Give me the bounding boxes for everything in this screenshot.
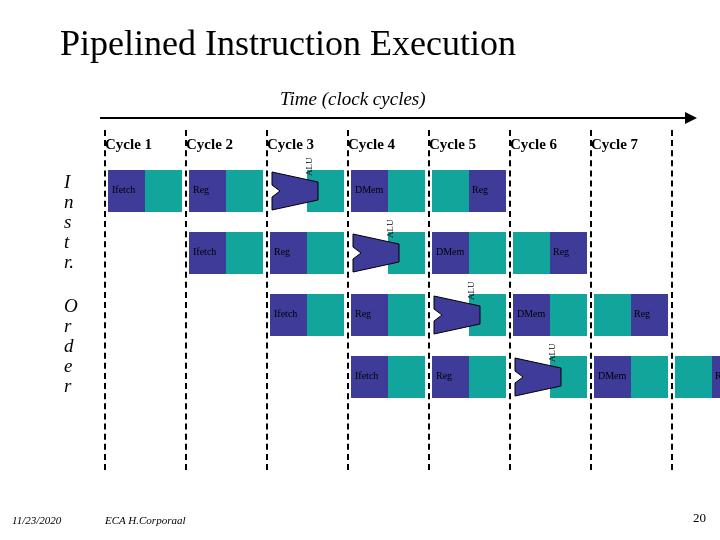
footer-author: ECA H.Corporaal — [105, 514, 185, 526]
stage-dmem: DMem — [594, 356, 668, 398]
stage-writeback: Reg — [513, 232, 587, 274]
cycle-header: Cycle 6 — [510, 136, 591, 153]
yaxis-order: Order — [64, 296, 78, 396]
cycle-header: Cycle 7 — [591, 136, 672, 153]
footer-page-number: 20 — [693, 510, 706, 526]
svg-marker-3 — [515, 358, 561, 396]
slide-title: Pipelined Instruction Execution — [60, 22, 516, 64]
stage-alu: ALU — [513, 356, 587, 398]
stage-reg: Reg — [270, 232, 344, 274]
svg-marker-0 — [272, 172, 318, 210]
stage-reg: Reg — [351, 294, 425, 336]
svg-marker-2 — [434, 296, 480, 334]
cycle-header: Cycle 2 — [186, 136, 267, 153]
cycle-header-row: Cycle 1Cycle 2Cycle 3Cycle 4Cycle 5Cycle… — [105, 136, 672, 153]
time-arrow — [100, 112, 695, 124]
stage-writeback: Reg — [675, 356, 720, 398]
stage-alu: ALU — [432, 294, 506, 336]
cycle-header: Cycle 4 — [348, 136, 429, 153]
stage-alu: ALU — [351, 232, 425, 274]
footer-date: 11/23/2020 — [12, 514, 61, 526]
stage-ifetch: Ifetch — [189, 232, 263, 274]
stage-alu: ALU — [270, 170, 344, 212]
stage-ifetch: Ifetch — [108, 170, 182, 212]
cycle-header: Cycle 1 — [105, 136, 186, 153]
stage-ifetch: Ifetch — [270, 294, 344, 336]
time-axis-label: Time (clock cycles) — [280, 88, 426, 110]
stage-writeback: Reg — [594, 294, 668, 336]
stage-reg: Reg — [189, 170, 263, 212]
stage-reg: Reg — [432, 356, 506, 398]
yaxis-instr: Instr. — [64, 172, 74, 272]
stage-writeback: Reg — [432, 170, 506, 212]
cycle-header: Cycle 5 — [429, 136, 510, 153]
stage-ifetch: Ifetch — [351, 356, 425, 398]
svg-marker-1 — [353, 234, 399, 272]
